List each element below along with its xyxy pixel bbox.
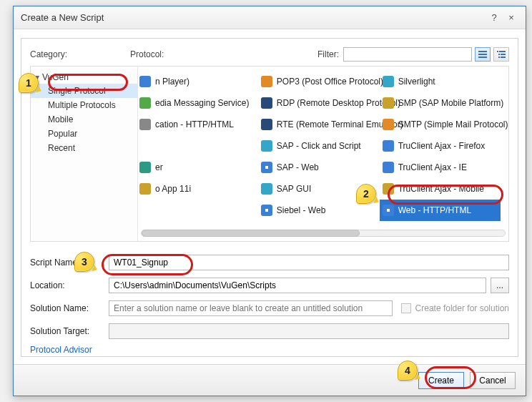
cancel-button[interactable]: Cancel [470,372,516,389]
script-name-input[interactable] [109,255,509,270]
protocol-item-label: Web - HTTP/HTML [398,205,471,215]
protocol-item[interactable]: edia Messaging Service) [138,92,258,114]
create-script-dialog: Create a New Script ? × Category: Protoc… [13,6,526,396]
protocol-item-label: SMP (SAP Mobile Platform) [398,98,504,108]
category-root[interactable]: ▾ VuGen [31,71,137,84]
category-item-mobile[interactable]: Mobile [31,112,137,127]
protocol-item[interactable]: SAP GUI [258,178,380,200]
protocol-icon [139,183,151,195]
dialog-titlebar: Create a New Script ? × [14,6,526,29]
dialog-footer: Create Cancel [14,364,526,396]
svg-rect-1 [478,54,487,55]
protocol-item[interactable]: TruClient Ajax - Mobile [380,178,501,200]
protocol-item-label: cation - HTTP/HTML [155,119,234,129]
sap-gui-icon [261,183,272,195]
protocol-item[interactable]: cation - HTTP/HTML [138,114,258,135]
protocol-item[interactable]: SAP - Web [258,157,380,178]
protocol-item[interactable]: o App 11i [138,178,258,200]
protocol-icon [139,97,151,109]
create-folder-label: Create folder for solution [415,303,509,313]
category-label: Category: [30,49,130,59]
svg-rect-8 [501,57,506,58]
filter-input[interactable] [343,47,472,62]
protocol-item-label: Silverlight [398,77,435,87]
chevron-down-icon: ▾ [35,72,42,82]
protocol-item-label: SMTP (Simple Mail Protocol) [398,119,508,129]
category-item-multiple-protocols[interactable]: Multiple Protocols [31,98,137,112]
protocol-item[interactable]: n Player) [138,71,258,92]
sap-icon [261,140,272,152]
protocol-item[interactable]: Siebel - Web [258,200,380,221]
protocol-item-web-http-html[interactable]: Web - HTTP/HTML [380,200,501,221]
mail-icon [261,76,272,87]
protocol-item[interactable]: RTE (Remote Terminal Emulator) [258,114,380,135]
smp-icon [383,97,394,109]
category-item-single-protocol[interactable]: Single Protocol [31,84,137,98]
silverlight-icon [383,76,394,87]
help-icon[interactable]: ? [487,11,501,24]
filter-label: Filter: [317,49,339,59]
category-root-label: VuGen [42,72,69,82]
protocol-item-label: n Player) [155,77,189,87]
protocol-icon [139,162,151,173]
protocol-item-label: o App 11i [155,184,191,194]
create-button[interactable]: Create [418,372,464,389]
protocol-icon [139,76,151,87]
globe-icon [261,205,272,216]
protocol-item[interactable]: RDP (Remote Desktop Protocol) [258,92,380,114]
protocol-item[interactable]: TruClient Ajax - Firefox [380,135,501,157]
selection-panes: ▾ VuGen Single Protocol Multiple Protoco… [30,66,509,242]
protocol-item-label: edia Messaging Service) [155,98,249,108]
protocol-item-label: TruClient Ajax - Mobile [398,184,484,194]
protocol-advisor-link[interactable]: Protocol Advisor [30,345,92,355]
protocol-item[interactable]: POP3 (Post Office Protocol) [258,71,380,92]
protocol-item-label: TruClient Ajax - IE [398,162,467,172]
protocol-label: Protocol: [130,49,317,59]
category-item-recent[interactable]: Recent [31,141,137,155]
protocol-icon [139,119,151,130]
protocol-column-1: POP3 (Post Office Protocol) RDP (Remote … [258,71,380,237]
protocol-item[interactable]: er [138,157,258,178]
truclient-icon [383,162,394,173]
view-tree-icon[interactable] [493,47,509,62]
create-folder-checkbox[interactable]: Create folder for solution [401,303,509,313]
category-pane: ▾ VuGen Single Protocol Multiple Protoco… [31,67,138,241]
form-area: Script Name: Location: ... Solution Name… [30,255,509,355]
truclient-mobile-icon [383,183,394,195]
solution-target-input [109,323,509,339]
protocol-item[interactable] [138,135,258,157]
horizontal-scrollbar[interactable] [141,230,506,240]
protocol-column-0: n Player) edia Messaging Service) cation… [138,71,258,237]
terminal-icon [261,119,272,130]
location-input[interactable] [109,278,486,293]
protocol-item-label: Siebel - Web [277,205,325,215]
protocol-item-label: TruClient Ajax - Firefox [398,141,486,151]
category-item-popular[interactable]: Popular [31,127,137,141]
svg-rect-5 [498,54,500,55]
dialog-content: Category: Protocol: Filter: ▾ VuGen S [21,38,518,357]
browse-button[interactable]: ... [491,278,509,293]
protocol-item[interactable]: Silverlight [380,71,501,92]
protocol-pane: n Player) edia Messaging Service) cation… [138,67,508,241]
view-list-icon[interactable] [475,47,491,62]
svg-rect-4 [499,51,506,52]
svg-rect-3 [497,51,498,52]
rdp-icon [261,97,272,109]
svg-rect-0 [478,51,487,52]
top-labels-row: Category: Protocol: Filter: [30,47,509,62]
svg-rect-6 [501,54,506,55]
protocol-item[interactable]: TruClient Ajax - IE [380,157,501,178]
globe-icon [261,162,272,173]
close-icon[interactable]: × [504,11,518,24]
protocol-item-label: SAP - Click and Script [277,141,361,151]
protocol-item[interactable]: SMP (SAP Mobile Platform) [380,92,501,114]
solution-name-input[interactable] [109,300,393,316]
script-name-label: Script Name: [30,258,109,268]
protocol-item[interactable]: SMTP (Simple Mail Protocol) [380,114,501,135]
svg-rect-2 [478,57,487,58]
protocol-item[interactable]: SAP - Click and Script [258,135,380,157]
svg-rect-7 [498,57,500,58]
solution-target-label: Solution Target: [30,326,109,336]
truclient-icon [383,140,394,152]
protocol-item-label: er [155,162,163,172]
